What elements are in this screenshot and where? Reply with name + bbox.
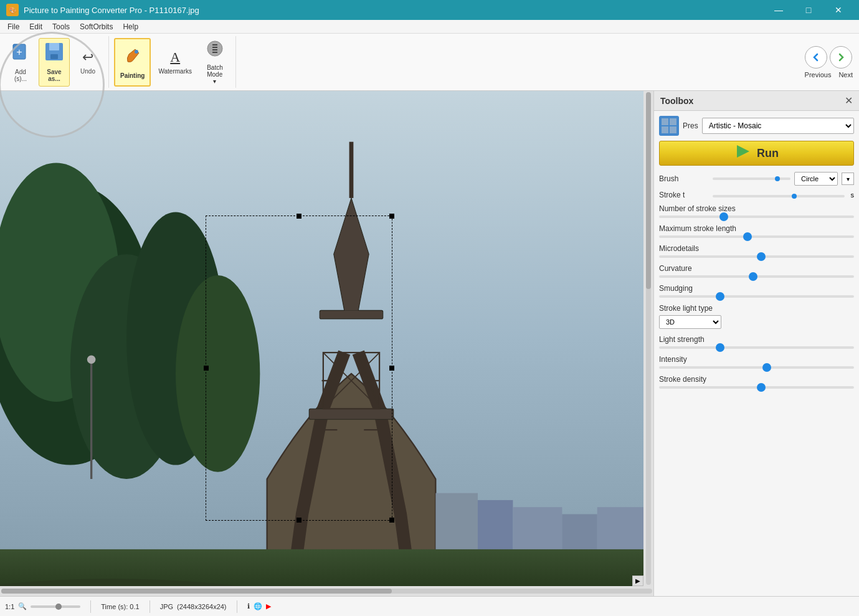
v-scroll-track[interactable] xyxy=(646,92,651,585)
close-button[interactable]: ✕ xyxy=(824,0,853,20)
status-divider-3 xyxy=(237,600,237,613)
stroke-sizes-thumb[interactable] xyxy=(719,212,728,221)
smudging-thumb[interactable] xyxy=(716,292,724,301)
stroke-density-thumb[interactable] xyxy=(757,383,766,392)
menu-help[interactable]: Help xyxy=(118,21,143,32)
painting-label: Painting xyxy=(120,72,145,79)
time-label: Time (s): 0.1 xyxy=(101,603,139,610)
stroke-light-select[interactable]: 3D xyxy=(659,315,721,329)
info-icon[interactable]: ℹ xyxy=(247,602,250,610)
undo-button[interactable]: ↩ Undo xyxy=(72,38,103,87)
toolbox-close-button[interactable]: ✕ xyxy=(845,95,853,107)
horizontal-scrollbar[interactable] xyxy=(0,586,653,596)
brush-row: Brush Circle ▾ xyxy=(659,172,854,186)
zoom-slider[interactable] xyxy=(31,605,80,608)
toolbox-header: Toolbox ✕ xyxy=(654,91,859,111)
ribbon: + Add(s)... Saveas... ↩ Undo xyxy=(0,34,859,91)
svg-rect-15 xyxy=(309,409,393,419)
curvature-row: Curvature xyxy=(659,264,854,278)
max-stroke-row: Maximum stroke length xyxy=(659,224,854,238)
light-strength-row: Light strength xyxy=(659,335,854,349)
ribbon-group-painting: Painting A Watermarks BatchMode ▾ xyxy=(109,36,236,88)
social-icons: ℹ 🌐 ▶ xyxy=(247,602,271,610)
h-scroll-track[interactable] xyxy=(1,589,652,594)
maximize-button[interactable]: □ xyxy=(794,0,823,20)
preset-row: Pres Artistic - Mosaic xyxy=(659,116,854,136)
v-scroll-thumb[interactable] xyxy=(646,92,651,289)
stroke-type-thumb[interactable] xyxy=(792,194,797,199)
svg-rect-3 xyxy=(49,43,59,50)
svg-point-13 xyxy=(87,356,96,364)
h-scroll-thumb[interactable] xyxy=(1,589,392,594)
batch-button[interactable]: BatchMode ▾ xyxy=(199,38,230,87)
time-section: Time (s): 0.1 xyxy=(101,603,139,610)
add-label: Add(s)... xyxy=(14,69,27,82)
microdetails-row: Microdetails xyxy=(659,244,854,258)
save-button[interactable]: Saveas... xyxy=(39,38,70,87)
prev-button[interactable] xyxy=(805,46,827,69)
curvature-track[interactable] xyxy=(659,275,854,278)
zoom-icon: 🔍 xyxy=(18,602,27,610)
expand-arrow[interactable]: ▶ xyxy=(632,576,643,586)
stroke-sizes-track[interactable] xyxy=(659,216,854,218)
stroke-type-suffix: s xyxy=(851,191,855,199)
intensity-track[interactable] xyxy=(659,366,854,369)
intensity-thumb[interactable] xyxy=(762,363,771,372)
canvas-wrapper[interactable]: ▶ xyxy=(0,91,653,586)
svg-point-6 xyxy=(207,41,222,56)
format-label: JPG xyxy=(160,603,173,610)
menu-softorbits[interactable]: SoftOrbits xyxy=(75,21,118,32)
next-button[interactable] xyxy=(830,46,852,69)
watermarks-icon: A xyxy=(170,49,180,65)
run-icon xyxy=(734,143,752,164)
svg-text:+: + xyxy=(16,47,22,57)
watermarks-button[interactable]: A Watermarks xyxy=(153,38,197,87)
preset-select[interactable]: Artistic - Mosaic xyxy=(702,118,854,134)
run-label: Run xyxy=(757,147,779,160)
svg-rect-36 xyxy=(670,126,676,133)
zoom-thumb[interactable] xyxy=(55,604,62,610)
app-icon: 🎨 xyxy=(6,4,19,16)
ribbon-group-main: + Add(s)... Saveas... ↩ Undo xyxy=(0,36,109,88)
stroke-light-control: 3D xyxy=(659,315,854,329)
stroke-sizes-row: Number of stroke sizes xyxy=(659,204,854,218)
menu-tools[interactable]: Tools xyxy=(47,21,75,32)
svg-rect-19 xyxy=(320,310,383,319)
light-strength-thumb[interactable] xyxy=(716,343,724,352)
svg-point-14 xyxy=(176,275,260,472)
stroke-density-label: Stroke density xyxy=(659,375,854,384)
batch-icon xyxy=(206,40,224,62)
brush-shape-select[interactable]: Circle xyxy=(794,172,838,186)
add-button[interactable]: + Add(s)... xyxy=(5,38,36,87)
curvature-thumb[interactable] xyxy=(749,272,757,281)
intensity-row: Intensity xyxy=(659,355,854,369)
stroke-type-row: Stroke t s xyxy=(659,191,854,199)
max-stroke-track[interactable] xyxy=(659,235,854,238)
light-strength-track[interactable] xyxy=(659,346,854,349)
menu-file[interactable]: File xyxy=(2,21,24,32)
menu-edit[interactable]: Edit xyxy=(24,21,47,32)
play-icon[interactable]: ▶ xyxy=(266,602,271,610)
painting-button[interactable]: Painting xyxy=(114,38,151,87)
watermarks-label: Watermarks xyxy=(158,68,192,75)
svg-marker-37 xyxy=(737,145,749,158)
svg-rect-33 xyxy=(662,118,668,125)
run-button[interactable]: Run xyxy=(659,141,854,166)
web-icon[interactable]: 🌐 xyxy=(254,602,262,610)
painting-icon xyxy=(123,45,143,70)
microdetails-thumb[interactable] xyxy=(757,252,766,261)
add-icon: + xyxy=(11,42,31,66)
stroke-density-track[interactable] xyxy=(659,386,854,389)
brush-slider-thumb[interactable] xyxy=(775,176,780,181)
minimize-button[interactable]: — xyxy=(764,0,793,20)
microdetails-label: Microdetails xyxy=(659,244,854,253)
nav-arrows: Previous Next xyxy=(805,46,853,78)
max-stroke-thumb[interactable] xyxy=(743,232,752,241)
vertical-scrollbar[interactable] xyxy=(643,91,653,586)
format-section: JPG (2448x3264x24) xyxy=(160,603,227,610)
title-text: Picture to Painting Converter Pro - P111… xyxy=(24,6,199,15)
microdetails-track[interactable] xyxy=(659,255,854,258)
smudging-track[interactable] xyxy=(659,295,854,298)
brush-expand-btn[interactable]: ▾ xyxy=(842,173,854,185)
canvas-scroll-area: ▶ xyxy=(0,91,653,596)
